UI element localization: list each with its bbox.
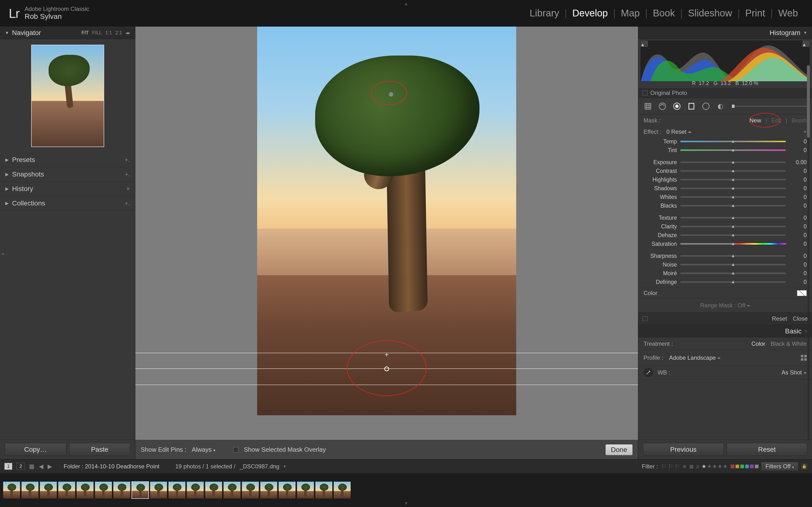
highlight-clipping-icon[interactable]: ▴ xyxy=(803,41,809,47)
slider-value[interactable]: 0 xyxy=(789,176,807,183)
filmstrip-thumb[interactable] xyxy=(77,482,94,499)
local-reset[interactable]: Reset xyxy=(772,315,787,322)
nav-fit[interactable]: FIT xyxy=(82,30,89,36)
effect-row[interactable]: Effect : 0 Reset ◂▸ ▼ xyxy=(638,126,812,137)
main-window[interactable]: 1 xyxy=(4,463,12,470)
filter-labels[interactable] xyxy=(730,464,759,468)
slider-value[interactable]: 0 xyxy=(789,270,807,277)
slider-noise[interactable]: Noise ▲ 0 xyxy=(638,260,812,269)
slider-track[interactable]: ▲ xyxy=(680,255,786,257)
presets-panel[interactable]: ▶Presets +. xyxy=(0,153,135,167)
slider-track[interactable]: ▲ xyxy=(680,226,786,227)
slider-whites[interactable]: Whites ▲ 0 xyxy=(638,193,812,201)
slider-value[interactable]: 0 xyxy=(789,253,807,259)
slider-track[interactable]: ▲ xyxy=(680,150,786,151)
slider-blacks[interactable]: Blacks ▲ 0 xyxy=(638,201,812,210)
gradient-edge-bottom[interactable] xyxy=(135,385,638,385)
filmstrip-thumb[interactable] xyxy=(150,482,167,499)
filmstrip-thumb[interactable] xyxy=(113,482,131,499)
paste-button[interactable]: Paste xyxy=(69,443,131,456)
radial-filter-icon[interactable] xyxy=(701,101,711,112)
current-filename[interactable]: _DSC0987.dng xyxy=(240,463,280,470)
slider-value[interactable]: 0 xyxy=(789,203,807,209)
wb-eyedropper-icon[interactable] xyxy=(644,368,653,377)
filter-flags[interactable]: ⚐⚐⚐ xyxy=(660,463,681,470)
slider-value[interactable]: 0 xyxy=(789,232,807,238)
navigator-preview[interactable] xyxy=(0,39,135,153)
filmstrip-thumb[interactable] xyxy=(187,482,204,499)
graduated-filter-icon[interactable] xyxy=(686,101,697,112)
snapshots-panel[interactable]: ▶Snapshots +. xyxy=(0,167,135,181)
slider-value[interactable]: 0.00 xyxy=(789,159,807,166)
profile-row[interactable]: Profile : Adobe Landscape ◂▸ xyxy=(638,350,812,365)
panel-switch[interactable] xyxy=(643,316,648,321)
shadow-clipping-icon[interactable]: ▴ xyxy=(641,41,648,47)
slider-track[interactable]: ▲ xyxy=(680,205,786,207)
slider-moire[interactable]: Moiré ▲ 0 xyxy=(638,269,812,278)
spot-removal-icon[interactable] xyxy=(657,101,668,112)
local-close[interactable]: Close xyxy=(793,315,808,322)
filmstrip-thumb[interactable] xyxy=(21,482,39,499)
grid-view-icon[interactable]: ▦ xyxy=(29,463,35,470)
slider-track[interactable]: ▲ xyxy=(680,273,786,274)
gradient-pin[interactable] xyxy=(384,367,389,371)
presets-add-icon[interactable]: +. xyxy=(125,157,130,163)
color-swatch[interactable] xyxy=(797,290,807,296)
history-panel[interactable]: ▶History × xyxy=(0,181,135,196)
slider-track[interactable]: ▲ xyxy=(680,217,786,219)
reset-button[interactable]: Reset xyxy=(727,443,807,456)
module-book[interactable]: Book xyxy=(648,8,680,18)
slider-track[interactable]: ▲ xyxy=(680,162,786,163)
basic-panel-header[interactable]: Basic▽ xyxy=(638,325,812,338)
slider-value[interactable]: 0 xyxy=(789,138,807,145)
module-slideshow[interactable]: Slideshow xyxy=(683,8,737,18)
module-develop[interactable]: Develop xyxy=(567,8,613,18)
slider-highlights[interactable]: Highlights ▲ 0 xyxy=(638,175,812,184)
histogram-header[interactable]: Histogram▼ xyxy=(638,26,812,39)
right-scrollbar[interactable] xyxy=(806,63,811,444)
nav-2to1[interactable]: 2:1 xyxy=(115,30,122,36)
filmstrip-thumb[interactable] xyxy=(297,482,314,499)
filmstrip-thumb[interactable] xyxy=(242,482,259,499)
slider-saturation[interactable]: Saturation ▲ 0 xyxy=(638,239,812,248)
filmstrip-thumb[interactable] xyxy=(223,482,241,499)
filmstrip-thumb[interactable] xyxy=(132,482,149,499)
slider-track[interactable]: ▲ xyxy=(680,264,786,265)
slider-value[interactable]: 0 xyxy=(789,147,807,154)
filmstrip-thumb[interactable] xyxy=(40,482,57,499)
slider-dehaze[interactable]: Dehaze ▲ 0 xyxy=(638,231,812,239)
slider-track[interactable]: ▲ xyxy=(680,170,786,172)
nav-1to1[interactable]: 1:1 xyxy=(105,30,112,36)
copy-button[interactable]: Copy… xyxy=(5,443,66,456)
slider-contrast[interactable]: Contrast ▲ 0 xyxy=(638,167,812,175)
filmstrip-thumb[interactable] xyxy=(315,482,333,499)
slider-temp[interactable]: Temp ▲ 0 xyxy=(638,137,812,146)
mask-new[interactable]: New xyxy=(749,117,761,124)
collections-panel[interactable]: ▶Collections +. xyxy=(0,196,135,211)
treatment-color[interactable]: Color xyxy=(751,340,765,347)
filter-rating[interactable]: ≥ ★★★★★ xyxy=(696,463,728,469)
slider-sharpness[interactable]: Sharpness ▲ 0 xyxy=(638,251,812,260)
slider-track[interactable]: ▲ xyxy=(680,196,786,198)
slider-value[interactable]: 0 xyxy=(789,241,807,247)
slider-track[interactable]: ▲ xyxy=(680,187,786,189)
slider-track[interactable]: ▲ xyxy=(680,141,786,142)
treatment-bw[interactable]: Black & White xyxy=(771,340,807,347)
previous-button[interactable]: Previous xyxy=(643,443,724,456)
slider-track[interactable]: ▲ xyxy=(680,234,786,236)
prev-photo-icon[interactable]: ◀ xyxy=(39,463,43,470)
module-map[interactable]: Map xyxy=(615,8,645,18)
range-mask-row[interactable]: Range Mask : Off◂▸ xyxy=(638,298,812,313)
filename-menu-icon[interactable]: ▾ xyxy=(284,464,286,469)
module-web[interactable]: Web xyxy=(773,8,803,18)
history-clear-icon[interactable]: × xyxy=(126,185,130,192)
source-folder[interactable]: 2014-10-10 Deadhorse Point xyxy=(85,463,159,469)
filter-columns-icon[interactable]: ≡ xyxy=(683,463,687,470)
filmstrip-thumb[interactable] xyxy=(334,482,351,499)
nav-fill[interactable]: FILL xyxy=(92,30,102,36)
panel-handle-bottom[interactable]: ▾ xyxy=(405,500,407,507)
slider-value[interactable]: 0 xyxy=(789,185,807,192)
slider-track[interactable]: ▲ xyxy=(680,179,786,180)
next-photo-icon[interactable]: ▶ xyxy=(48,463,52,470)
local-color-row[interactable]: Color xyxy=(638,288,812,298)
